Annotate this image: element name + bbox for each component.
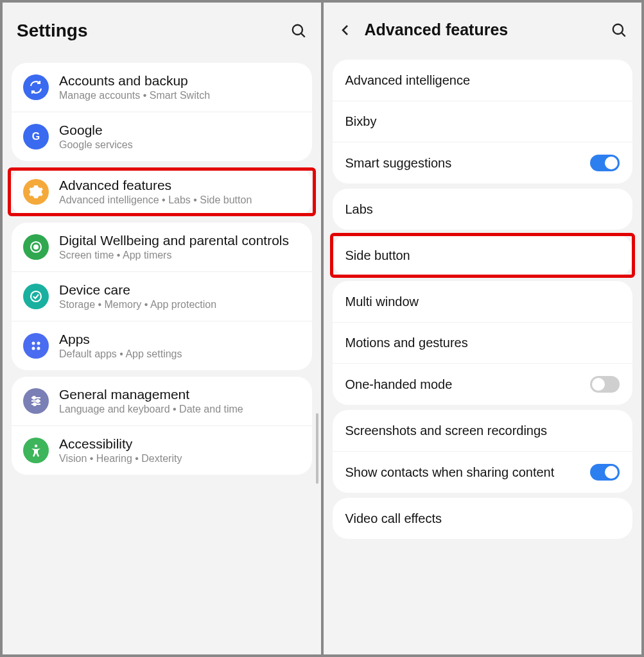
feature-item-bixby[interactable]: Bixby bbox=[333, 101, 633, 142]
wellbeing-icon bbox=[23, 234, 49, 260]
svg-point-6 bbox=[32, 342, 35, 345]
feature-item-screenshots-and-screen-recordings[interactable]: Screenshots and screen recordings bbox=[333, 410, 633, 451]
feature-item-show-contacts-when-sharing-content[interactable]: Show contacts when sharing content bbox=[333, 451, 633, 493]
item-subtitle: Manage accounts • Smart Switch bbox=[59, 90, 300, 101]
feature-item-advanced-intelligence[interactable]: Advanced intelligence bbox=[333, 60, 633, 101]
sliders-icon bbox=[23, 388, 49, 414]
advanced-features-pane: Advanced features Advanced intelligenceB… bbox=[324, 3, 642, 654]
item-title: Advanced intelligence bbox=[345, 73, 620, 88]
item-title: General management bbox=[59, 387, 300, 402]
svg-line-18 bbox=[622, 33, 625, 36]
settings-group: Advanced featuresAdvanced intelligence •… bbox=[12, 167, 312, 216]
svg-point-0 bbox=[292, 25, 302, 35]
item-title: Apps bbox=[59, 332, 300, 347]
settings-item-general[interactable]: General managementLanguage and keyboard … bbox=[12, 377, 312, 425]
feature-group: Side button bbox=[333, 235, 633, 276]
feature-group: Multi windowMotions and gesturesOne-hand… bbox=[333, 281, 633, 405]
item-title: Multi window bbox=[345, 294, 620, 309]
settings-item-digital[interactable]: Digital Wellbeing and parental controlsS… bbox=[12, 223, 312, 271]
toggle-one-handed-mode[interactable] bbox=[590, 376, 620, 393]
g-icon: G bbox=[23, 124, 49, 149]
svg-point-5 bbox=[31, 291, 41, 302]
feature-group: Labs bbox=[333, 189, 633, 230]
page-title: Settings bbox=[17, 21, 283, 41]
item-title: Labs bbox=[345, 202, 620, 217]
settings-group: Accounts and backupManage accounts • Sma… bbox=[12, 63, 312, 161]
item-title: Device care bbox=[59, 282, 300, 298]
svg-point-9 bbox=[37, 347, 40, 350]
item-title: Screenshots and screen recordings bbox=[345, 423, 620, 438]
feature-item-smart-suggestions[interactable]: Smart suggestions bbox=[333, 142, 633, 183]
item-title: Google bbox=[59, 123, 300, 138]
svg-point-14 bbox=[37, 400, 39, 402]
apps-icon bbox=[23, 333, 49, 359]
search-icon[interactable] bbox=[290, 22, 307, 39]
item-title: Accounts and backup bbox=[59, 73, 300, 89]
item-subtitle: Storage • Memory • App protection bbox=[59, 299, 300, 311]
advanced-header: Advanced features bbox=[324, 3, 642, 55]
item-title: Side button bbox=[345, 248, 620, 263]
toggle-show-contacts-when-sharing-content[interactable] bbox=[590, 464, 620, 481]
feature-item-multi-window[interactable]: Multi window bbox=[333, 281, 633, 322]
settings-header: Settings bbox=[3, 3, 321, 56]
svg-text:G: G bbox=[32, 131, 40, 142]
accessibility-icon bbox=[23, 438, 49, 463]
item-title: Accessibility bbox=[59, 436, 300, 452]
page-title: Advanced features bbox=[365, 21, 604, 39]
settings-item-apps[interactable]: AppsDefault apps • App settings bbox=[12, 321, 312, 370]
settings-item-device[interactable]: Device careStorage • Memory • App protec… bbox=[12, 271, 312, 321]
settings-pane: Settings Accounts and backupManage accou… bbox=[3, 3, 321, 654]
feature-item-motions-and-gestures[interactable]: Motions and gestures bbox=[333, 322, 633, 363]
item-subtitle: Default apps • App settings bbox=[59, 348, 300, 360]
item-title: Motions and gestures bbox=[345, 336, 620, 350]
svg-point-17 bbox=[613, 24, 623, 33]
feature-item-video-call-effects[interactable]: Video call effects bbox=[333, 498, 633, 539]
svg-line-1 bbox=[301, 33, 304, 37]
toggle-smart-suggestions[interactable] bbox=[590, 155, 620, 171]
settings-group: General managementLanguage and keyboard … bbox=[12, 377, 312, 475]
svg-point-13 bbox=[33, 397, 35, 399]
svg-point-16 bbox=[35, 445, 37, 447]
svg-point-15 bbox=[33, 403, 36, 405]
item-subtitle: Screen time • App timers bbox=[59, 250, 300, 261]
svg-point-7 bbox=[37, 342, 40, 345]
item-subtitle: Vision • Hearing • Dexterity bbox=[59, 453, 300, 465]
settings-item-advanced[interactable]: Advanced featuresAdvanced intelligence •… bbox=[12, 167, 312, 216]
gear-icon bbox=[23, 179, 49, 205]
feature-item-side-button[interactable]: Side button bbox=[333, 235, 633, 276]
svg-point-8 bbox=[32, 347, 35, 350]
item-title: Bixby bbox=[345, 114, 620, 129]
settings-item-accessibility[interactable]: AccessibilityVision • Hearing • Dexterit… bbox=[12, 425, 312, 475]
care-icon bbox=[23, 284, 49, 309]
item-subtitle: Advanced intelligence • Labs • Side butt… bbox=[59, 194, 300, 206]
item-title: Show contacts when sharing content bbox=[345, 465, 580, 480]
feature-item-labs[interactable]: Labs bbox=[333, 189, 633, 230]
svg-point-4 bbox=[34, 245, 38, 249]
feature-group: Video call effects bbox=[333, 498, 633, 539]
settings-item-google[interactable]: GGoogleGoogle services bbox=[12, 112, 312, 161]
item-title: Digital Wellbeing and parental controls bbox=[59, 233, 300, 248]
item-subtitle: Google services bbox=[59, 139, 300, 151]
item-title: Smart suggestions bbox=[345, 156, 580, 171]
sync-icon bbox=[23, 74, 49, 100]
feature-group: Screenshots and screen recordingsShow co… bbox=[333, 410, 633, 493]
feature-item-one-handed-mode[interactable]: One-handed mode bbox=[333, 363, 633, 405]
item-subtitle: Language and keyboard • Date and time bbox=[59, 404, 300, 415]
item-title: One-handed mode bbox=[345, 377, 580, 392]
settings-item-accounts[interactable]: Accounts and backupManage accounts • Sma… bbox=[12, 63, 312, 112]
scrollbar[interactable] bbox=[316, 413, 318, 484]
item-title: Video call effects bbox=[345, 511, 620, 526]
feature-group: Advanced intelligenceBixbySmart suggesti… bbox=[333, 60, 633, 183]
item-title: Advanced features bbox=[59, 178, 300, 193]
back-icon[interactable] bbox=[338, 22, 353, 38]
search-icon[interactable] bbox=[611, 22, 627, 38]
settings-group: Digital Wellbeing and parental controlsS… bbox=[12, 223, 312, 370]
